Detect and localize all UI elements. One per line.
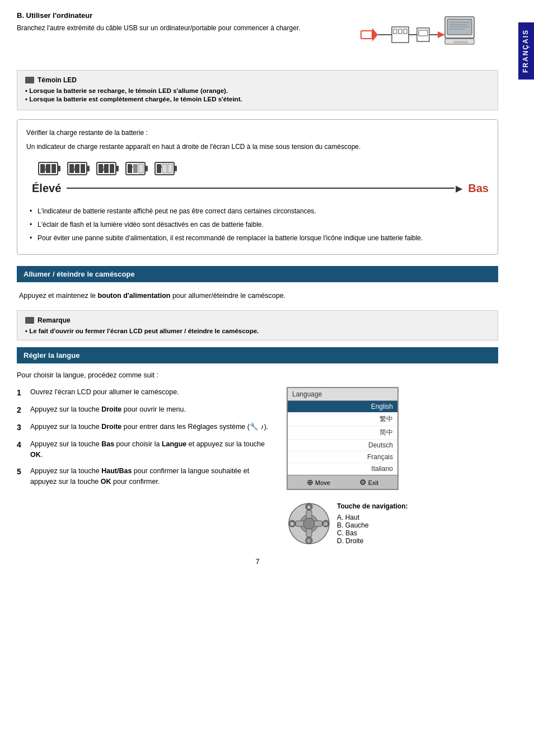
step-1-text: Ouvrez l'écran LCD pour allumer le camés…	[30, 387, 179, 399]
battery-bullet-2: L'éclair de flash et la lumière vidéo so…	[26, 220, 489, 230]
battery-bullet-1: L'indicateur de batterie restante affich…	[26, 206, 489, 216]
nav-diagram-area: A B C D A B C D Touche de navigation:	[287, 501, 407, 546]
svg-text:77: 77	[41, 166, 48, 172]
section-langue-header: Régler la langue	[17, 347, 498, 363]
svg-marker-11	[438, 31, 445, 38]
svg-rect-16	[453, 41, 468, 43]
battery-icon-full-1: 77	[38, 160, 62, 177]
led-list: Lorsque la batterie se recharge, le témo…	[25, 87, 490, 102]
svg-rect-40	[145, 166, 148, 171]
nav-label-d: D. Droite	[337, 537, 407, 545]
remarque-title: Remarque	[25, 316, 490, 324]
remarque-icon	[25, 317, 34, 324]
battery-icon-half: 7	[125, 160, 149, 177]
battery-high-label: Élevé	[32, 179, 61, 197]
svg-rect-34	[116, 166, 119, 171]
svg-rect-9	[419, 30, 428, 36]
lang-item-traditional-chinese[interactable]: 繁中	[288, 413, 397, 426]
lang-item-deutsch[interactable]: Deutsch	[288, 440, 397, 451]
battery-icon-low: 7	[154, 160, 179, 177]
nav-label-a: A. Haut	[337, 514, 407, 521]
svg-rect-37	[110, 164, 114, 173]
lang-menu-footer: ⊕ Move ⚙ Exit	[288, 475, 397, 489]
step-5-text: Appuyez sur la touche Haut/Bas pour conf…	[30, 466, 275, 487]
lang-section: 1 Ouvrez l'écran LCD pour allumer le cam…	[17, 387, 498, 546]
led-title-text: Témoin LED	[38, 76, 77, 84]
svg-rect-43	[139, 164, 143, 173]
svg-rect-22	[58, 166, 60, 171]
joystick-diagram: A B C D A B C D	[287, 501, 331, 546]
lang-item-italiano[interactable]: Italiano	[288, 463, 397, 475]
svg-text:77: 77	[99, 166, 106, 172]
remarque-box: Remarque Le fait d'ouvrir ou fermer l'éc…	[17, 310, 498, 340]
lang-item-simplified-chinese[interactable]: 简中	[288, 426, 397, 440]
nav-labels: Touche de navigation: A. Haut B. Gauche …	[337, 502, 407, 545]
battery-bullet-3: Pour éviter une panne subite d'alimentat…	[26, 233, 489, 243]
svg-rect-0	[361, 31, 372, 39]
step-2: 2 Appuyez sur la touche Droite pour ouvr…	[17, 404, 275, 416]
step-2-text: Appuyez sur la touche Droite pour ouvrir…	[30, 404, 186, 416]
svg-rect-4	[394, 29, 397, 34]
menu-move-label: ⊕ Move	[307, 478, 330, 487]
usb-diagram	[358, 11, 476, 59]
svg-point-55	[303, 518, 315, 529]
nav-title: Touche de navigation:	[337, 502, 407, 510]
section-allumer-header: Allumer / éteindre le caméscope	[17, 266, 498, 282]
language-menu: Language English 繁中 简中 Deutsch Français …	[287, 387, 399, 490]
lang-item-english[interactable]: English	[288, 401, 397, 413]
lang-menu-title: Language	[288, 388, 397, 401]
step-1: 1 Ouvrez l'écran LCD pour allumer le cam…	[17, 387, 275, 399]
section-b: B. Utiliser l'ordinateur Branchez l'autr…	[17, 11, 498, 59]
led-item-2: Lorsque la batterie est complètement cha…	[25, 96, 490, 102]
svg-rect-6	[404, 29, 407, 34]
svg-text:7: 7	[159, 166, 162, 172]
battery-intro-1: Vérifier la charge restante de la batter…	[26, 128, 489, 138]
bold-bouton: bouton d'alimentation	[97, 292, 170, 300]
remarque-title-text: Remarque	[38, 316, 71, 324]
lang-menu-items: English 繁中 简中 Deutsch Français Italiano	[288, 401, 397, 475]
remarque-item-1: Le fait d'ouvrir ou fermer l'écran LCD p…	[25, 328, 490, 334]
step-5: 5 Appuyez sur la touche Haut/Bas pour co…	[17, 466, 275, 487]
remarque-list: Le fait d'ouvrir ou fermer l'écran LCD p…	[25, 328, 490, 334]
battery-low-label: Bas	[468, 179, 489, 197]
step-3: 3 Appuyez sur la touche Droite pour entr…	[17, 422, 275, 433]
lang-right: Language English 繁中 简中 Deutsch Français …	[287, 387, 498, 546]
svg-rect-31	[81, 164, 85, 173]
svg-text:D: D	[324, 521, 327, 526]
nav-label-c: C. Bas	[337, 529, 407, 537]
step-4: 4 Appuyez sur la touche Bas pour choisir…	[17, 439, 275, 460]
step-4-text: Appuyez sur la touche Bas pour choisir l…	[30, 439, 275, 460]
battery-icons-row: 77 77 77	[38, 160, 489, 177]
step-num-5: 5	[17, 466, 26, 487]
section-allumer-content: Appuyez et maintenez le bouton d'aliment…	[17, 290, 498, 301]
svg-text:7: 7	[130, 166, 133, 172]
svg-text:B: B	[291, 521, 294, 526]
led-notice: Témoin LED Lorsque la batterie se rechar…	[17, 70, 498, 110]
lang-steps: 1 Ouvrez l'écran LCD pour allumer le cam…	[17, 387, 275, 492]
step-num-1: 1	[17, 387, 26, 399]
svg-text:77: 77	[70, 166, 77, 172]
step-num-4: 4	[17, 439, 26, 460]
svg-text:A: A	[307, 505, 311, 510]
step-3-text: Appuyez sur la touche Droite pour entrer…	[30, 422, 268, 433]
battery-intro-2: Un indicateur de charge restante apparaî…	[26, 142, 489, 152]
nav-label-b: B. Gauche	[337, 521, 407, 529]
svg-rect-46	[174, 166, 177, 171]
svg-marker-1	[372, 28, 378, 41]
led-icon	[25, 77, 34, 83]
menu-exit-label: ⚙ Exit	[359, 478, 378, 487]
svg-text:C: C	[307, 538, 311, 543]
section-b-desc: Branchez l'autre extrémité du câble USB …	[17, 23, 347, 33]
section-b-text: B. Utiliser l'ordinateur Branchez l'autr…	[17, 11, 347, 33]
lang-item-francais[interactable]: Français	[288, 451, 397, 463]
page-number: 7	[17, 557, 498, 566]
step-num-2: 2	[17, 404, 26, 416]
langue-intro: Pour choisir la langue, procédez comme s…	[17, 371, 498, 379]
battery-box: Vérifier la charge restante de la batter…	[17, 119, 498, 255]
language-tab: FRANÇAIS	[518, 22, 534, 80]
section-b-title: B. Utiliser l'ordinateur	[17, 11, 347, 20]
battery-icon-full-3: 77	[96, 160, 120, 177]
battery-bullets: L'indicateur de batterie restante affich…	[26, 206, 489, 243]
svg-rect-5	[399, 29, 402, 34]
svg-rect-42	[133, 164, 138, 173]
